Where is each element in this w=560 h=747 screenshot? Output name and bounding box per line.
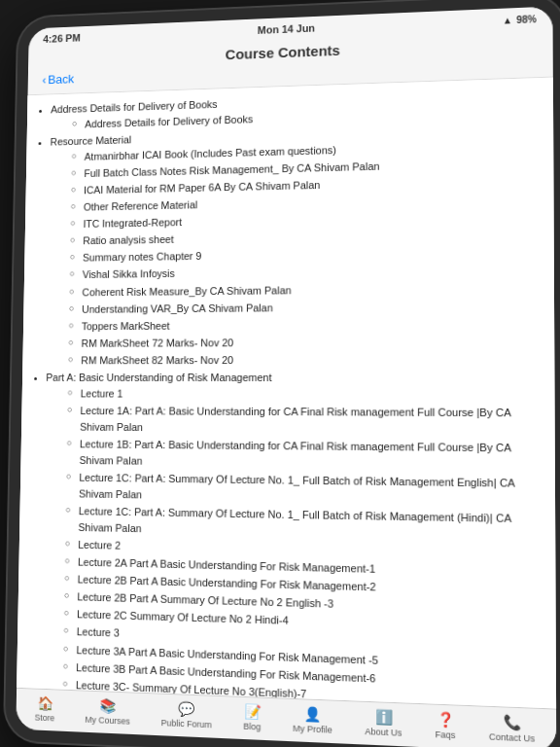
blog-icon: 📝 [244, 703, 261, 720]
nav-about-label: About Us [365, 727, 402, 738]
nav-store-label: Store [35, 713, 55, 724]
nav-forum-label: Public Forum [161, 718, 212, 729]
wifi-icon: ▲ [503, 15, 512, 25]
nav-my-courses[interactable]: 📚 My Courses [85, 697, 130, 727]
chevron-left-icon: ‹ [42, 73, 46, 87]
contact-icon: 📞 [503, 714, 520, 731]
nav-profile-label: My Profile [293, 724, 332, 735]
list-item: Lecture 1A: Part A: Basic Understanding … [67, 403, 541, 439]
back-label: Back [48, 72, 74, 87]
nav-about[interactable]: ℹ️ About Us [365, 708, 402, 738]
list-item: RM MarkSheet 72 Marks- Nov 20 [68, 334, 540, 352]
nav-store[interactable]: 🏠 Store [35, 695, 55, 724]
tablet-screen: 4:26 PM Mon 14 Jun ▲ 98% Course Contents… [16, 6, 556, 747]
nav-contact-label: Contact Us [489, 731, 535, 744]
list-item: Toppers MarkSheet [69, 315, 541, 335]
list-item: Resource Material Atmanirbhar ICAI Book … [46, 120, 540, 368]
about-icon: ℹ️ [375, 708, 393, 725]
sub-list: Lecture 1 Lecture 1A: Part A: Basic Unde… [38, 385, 542, 708]
nav-faqs-label: Faqs [436, 729, 456, 740]
tablet-frame: 4:26 PM Mon 14 Jun ▲ 98% Course Contents… [5, 0, 560, 747]
nav-my-profile[interactable]: 👤 My Profile [293, 705, 332, 735]
list-item: Part A: Basic Understanding of Risk Mana… [38, 370, 542, 709]
nav-faqs[interactable]: ❓ Faqs [436, 711, 456, 740]
page-title: Course Contents [226, 42, 340, 62]
list-item: Lecture 1 [67, 385, 540, 403]
back-button[interactable]: ‹ Back [42, 72, 74, 87]
list-item: Lecture 1B: Part A: Basic Understanding … [66, 436, 541, 474]
list-item: Understanding VAR_By CA Shivam Palan [69, 298, 540, 318]
status-icons: ▲ 98% [503, 14, 537, 25]
status-date: Mon 14 Jun [258, 22, 315, 36]
nav-contact[interactable]: 📞 Contact Us [489, 713, 535, 744]
profile-icon: 👤 [304, 706, 321, 723]
nav-blog-label: Blog [243, 722, 261, 732]
nav-public-forum[interactable]: 💬 Public Forum [161, 700, 212, 730]
nav-courses-label: My Courses [85, 715, 129, 727]
list-item: RM MarkSheet 82 Marks- Nov 20 [68, 351, 541, 369]
content-area[interactable]: Address Details for Delivery of Books Ad… [17, 78, 556, 709]
sub-list: Atmanirbhar ICAI Book (Includes Past exa… [46, 137, 540, 369]
courses-icon: 📚 [100, 697, 117, 714]
nav-blog[interactable]: 📝 Blog [243, 703, 261, 731]
faqs-icon: ❓ [437, 711, 454, 729]
battery-icon: 98% [516, 14, 537, 25]
status-time: 4:26 PM [43, 32, 81, 45]
forum-icon: 💬 [178, 700, 194, 717]
main-list: Address Details for Delivery of Books Ad… [22, 86, 542, 708]
store-icon: 🏠 [37, 695, 52, 712]
